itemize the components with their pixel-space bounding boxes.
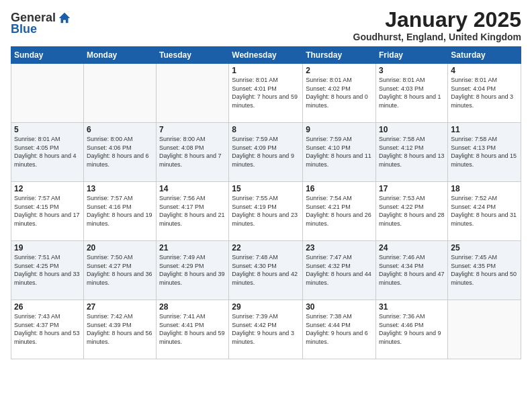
calendar-week-2: 5Sunrise: 8:01 AM Sunset: 4:05 PM Daylig…	[11, 123, 521, 182]
day-number: 15	[232, 184, 300, 193]
table-row: 16Sunrise: 7:54 AM Sunset: 4:21 PM Dayli…	[303, 182, 376, 241]
day-number: 3	[379, 66, 445, 75]
day-number: 18	[451, 184, 518, 193]
table-row: 6Sunrise: 8:00 AM Sunset: 4:06 PM Daylig…	[83, 123, 156, 182]
day-info: Sunrise: 7:36 AM Sunset: 4:46 PM Dayligh…	[379, 312, 445, 346]
logo-icon	[57, 11, 72, 26]
col-tuesday: Tuesday	[157, 47, 229, 64]
table-row: 2Sunrise: 8:01 AM Sunset: 4:02 PM Daylig…	[303, 64, 376, 123]
table-row: 21Sunrise: 7:49 AM Sunset: 4:29 PM Dayli…	[157, 241, 229, 300]
table-row: 26Sunrise: 7:43 AM Sunset: 4:37 PM Dayli…	[11, 300, 84, 359]
day-info: Sunrise: 7:59 AM Sunset: 4:09 PM Dayligh…	[232, 135, 300, 169]
day-number: 25	[451, 243, 518, 253]
day-number: 21	[159, 243, 226, 253]
day-info: Sunrise: 7:51 AM Sunset: 4:25 PM Dayligh…	[14, 253, 81, 287]
col-friday: Friday	[376, 47, 448, 64]
location: Goudhurst, England, United Kingdom	[353, 32, 521, 42]
col-saturday: Saturday	[448, 47, 521, 64]
calendar-table: Sunday Monday Tuesday Wednesday Thursday…	[11, 46, 521, 359]
day-info: Sunrise: 7:54 AM Sunset: 4:21 PM Dayligh…	[306, 194, 373, 228]
table-row: 8Sunrise: 7:59 AM Sunset: 4:09 PM Daylig…	[229, 123, 303, 182]
logo-text: General Blue	[11, 11, 72, 36]
day-number: 10	[379, 125, 445, 134]
logo-blue: Blue	[11, 22, 37, 36]
day-info: Sunrise: 7:42 AM Sunset: 4:39 PM Dayligh…	[87, 312, 153, 346]
table-row: 19Sunrise: 7:51 AM Sunset: 4:25 PM Dayli…	[11, 241, 84, 300]
table-row	[11, 64, 84, 123]
table-row: 3Sunrise: 8:01 AM Sunset: 4:03 PM Daylig…	[376, 64, 448, 123]
day-number: 30	[306, 302, 373, 312]
day-number: 23	[306, 243, 373, 253]
col-wednesday: Wednesday	[229, 47, 303, 64]
col-monday: Monday	[83, 47, 156, 64]
table-row	[448, 300, 521, 359]
table-row: 9Sunrise: 7:59 AM Sunset: 4:10 PM Daylig…	[303, 123, 376, 182]
day-number: 4	[451, 66, 518, 75]
day-number: 28	[159, 302, 226, 312]
day-number: 26	[14, 302, 81, 312]
day-info: Sunrise: 7:47 AM Sunset: 4:32 PM Dayligh…	[306, 253, 373, 287]
day-info: Sunrise: 7:43 AM Sunset: 4:37 PM Dayligh…	[14, 312, 81, 346]
day-info: Sunrise: 7:53 AM Sunset: 4:22 PM Dayligh…	[379, 194, 445, 228]
day-number: 29	[232, 302, 300, 312]
table-row: 18Sunrise: 7:52 AM Sunset: 4:24 PM Dayli…	[448, 182, 521, 241]
table-row: 15Sunrise: 7:55 AM Sunset: 4:19 PM Dayli…	[229, 182, 303, 241]
day-info: Sunrise: 7:48 AM Sunset: 4:30 PM Dayligh…	[232, 253, 300, 287]
day-number: 7	[159, 125, 226, 134]
calendar-body: 1Sunrise: 8:01 AM Sunset: 4:01 PM Daylig…	[11, 64, 521, 359]
day-number: 1	[232, 66, 300, 75]
table-row: 10Sunrise: 7:58 AM Sunset: 4:12 PM Dayli…	[376, 123, 448, 182]
calendar-week-1: 1Sunrise: 8:01 AM Sunset: 4:01 PM Daylig…	[11, 64, 521, 123]
table-row: 11Sunrise: 7:58 AM Sunset: 4:13 PM Dayli…	[448, 123, 521, 182]
logo: General Blue	[11, 11, 72, 36]
table-row: 25Sunrise: 7:45 AM Sunset: 4:35 PM Dayli…	[448, 241, 521, 300]
day-number: 19	[14, 243, 81, 253]
day-number: 27	[87, 302, 153, 312]
table-row: 28Sunrise: 7:41 AM Sunset: 4:41 PM Dayli…	[157, 300, 229, 359]
day-info: Sunrise: 8:01 AM Sunset: 4:03 PM Dayligh…	[379, 76, 445, 109]
calendar-week-4: 19Sunrise: 7:51 AM Sunset: 4:25 PM Dayli…	[11, 241, 521, 300]
table-row: 13Sunrise: 7:57 AM Sunset: 4:16 PM Dayli…	[83, 182, 156, 241]
day-info: Sunrise: 7:45 AM Sunset: 4:35 PM Dayligh…	[451, 253, 518, 287]
day-number: 13	[87, 184, 153, 193]
day-number: 5	[14, 125, 81, 134]
header: General Blue January 2025 Goudhurst, Eng…	[11, 8, 521, 42]
day-number: 17	[379, 184, 445, 193]
day-number: 8	[232, 125, 300, 134]
table-row: 22Sunrise: 7:48 AM Sunset: 4:30 PM Dayli…	[229, 241, 303, 300]
day-info: Sunrise: 7:39 AM Sunset: 4:42 PM Dayligh…	[232, 312, 300, 346]
day-info: Sunrise: 7:58 AM Sunset: 4:13 PM Dayligh…	[451, 135, 518, 169]
day-info: Sunrise: 7:57 AM Sunset: 4:15 PM Dayligh…	[14, 194, 81, 228]
day-number: 22	[232, 243, 300, 253]
day-number: 20	[87, 243, 153, 253]
day-info: Sunrise: 8:01 AM Sunset: 4:01 PM Dayligh…	[232, 76, 300, 109]
day-info: Sunrise: 7:52 AM Sunset: 4:24 PM Dayligh…	[451, 194, 518, 228]
table-row: 31Sunrise: 7:36 AM Sunset: 4:46 PM Dayli…	[376, 300, 448, 359]
day-number: 24	[379, 243, 445, 253]
day-number: 14	[159, 184, 226, 193]
table-row: 4Sunrise: 8:01 AM Sunset: 4:04 PM Daylig…	[448, 64, 521, 123]
title-block: January 2025 Goudhurst, England, United …	[353, 8, 521, 42]
table-row: 23Sunrise: 7:47 AM Sunset: 4:32 PM Dayli…	[303, 241, 376, 300]
day-info: Sunrise: 7:57 AM Sunset: 4:16 PM Dayligh…	[87, 194, 153, 228]
day-number: 31	[379, 302, 445, 312]
calendar-week-5: 26Sunrise: 7:43 AM Sunset: 4:37 PM Dayli…	[11, 300, 521, 359]
day-number: 12	[14, 184, 81, 193]
table-row: 5Sunrise: 8:01 AM Sunset: 4:05 PM Daylig…	[11, 123, 84, 182]
table-row: 1Sunrise: 8:01 AM Sunset: 4:01 PM Daylig…	[229, 64, 303, 123]
day-info: Sunrise: 7:49 AM Sunset: 4:29 PM Dayligh…	[159, 253, 226, 287]
day-info: Sunrise: 7:38 AM Sunset: 4:44 PM Dayligh…	[306, 312, 373, 346]
table-row: 17Sunrise: 7:53 AM Sunset: 4:22 PM Dayli…	[376, 182, 448, 241]
day-info: Sunrise: 7:59 AM Sunset: 4:10 PM Dayligh…	[306, 135, 373, 169]
day-info: Sunrise: 7:50 AM Sunset: 4:27 PM Dayligh…	[87, 253, 153, 287]
table-row: 14Sunrise: 7:56 AM Sunset: 4:17 PM Dayli…	[157, 182, 229, 241]
day-info: Sunrise: 7:41 AM Sunset: 4:41 PM Dayligh…	[159, 312, 226, 346]
col-sunday: Sunday	[11, 47, 84, 64]
day-info: Sunrise: 8:01 AM Sunset: 4:04 PM Dayligh…	[451, 76, 518, 109]
table-row: 20Sunrise: 7:50 AM Sunset: 4:27 PM Dayli…	[83, 241, 156, 300]
day-info: Sunrise: 8:01 AM Sunset: 4:05 PM Dayligh…	[14, 135, 81, 169]
calendar-header-row: Sunday Monday Tuesday Wednesday Thursday…	[11, 47, 521, 64]
day-info: Sunrise: 7:56 AM Sunset: 4:17 PM Dayligh…	[159, 194, 226, 228]
day-number: 6	[87, 125, 153, 134]
table-row: 7Sunrise: 8:00 AM Sunset: 4:08 PM Daylig…	[157, 123, 229, 182]
